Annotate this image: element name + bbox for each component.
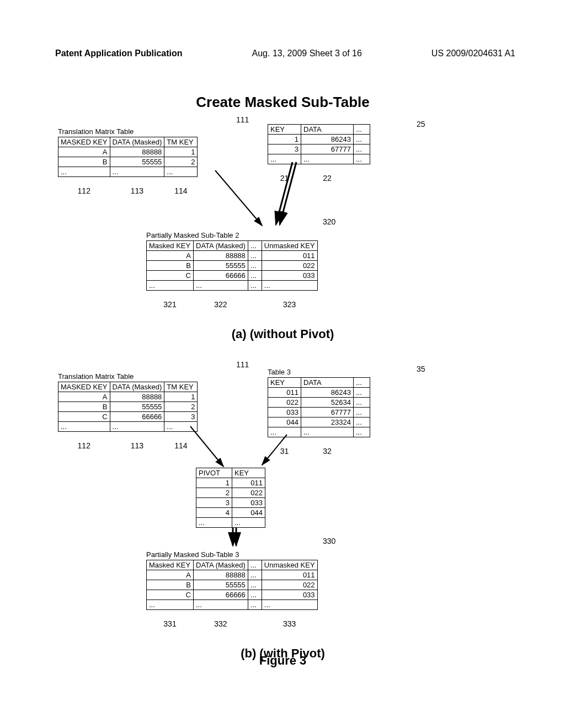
cell: ... (248, 281, 262, 291)
t3-h0: KEY (268, 378, 301, 388)
cell: 66666 (110, 412, 164, 422)
cell: ... (262, 281, 317, 291)
cell: A (58, 392, 110, 402)
cell: ... (354, 417, 370, 427)
cell: 044 (268, 417, 301, 427)
pm3-h1: DATA (Masked) (194, 560, 248, 570)
cell: A (58, 147, 110, 157)
cell: 1 (268, 135, 301, 144)
ref-330: 330 (323, 537, 335, 545)
cell: 011 (262, 570, 317, 580)
tm-b-label: Translation Matrix Table (58, 372, 198, 381)
svg-line-2 (280, 162, 296, 224)
tm-a-table: MASKED KEY DATA (Masked) TM KEY A888881 … (58, 137, 198, 196)
cell: 55555 (110, 402, 164, 412)
cell: 88888 (110, 147, 164, 157)
cell: ... (110, 167, 164, 177)
header-right: US 2009/0204631 A1 (431, 49, 515, 58)
t3-h2: ... (354, 378, 370, 388)
cell: 011 (268, 388, 301, 398)
cell: ... (248, 570, 262, 580)
ref-111-b: 111 (236, 360, 249, 369)
cell: 022 (262, 580, 317, 590)
cell: 011 (232, 478, 265, 488)
t3-label: Table 3 (268, 368, 370, 376)
cell: ... (110, 422, 164, 432)
ref-112-a: 112 (58, 177, 110, 196)
cell: ... (262, 600, 317, 610)
tm-b-table: MASKED KEY DATA (Masked) TM KEY A888881 … (58, 382, 198, 451)
cell: ... (58, 422, 110, 432)
ref-331: 331 (147, 610, 194, 629)
cell: 55555 (194, 261, 248, 271)
cell: C (58, 412, 110, 422)
cell: ... (194, 600, 248, 610)
pm3-label: Partially Masked Sub-Table 3 (146, 550, 318, 559)
cell: ... (147, 281, 194, 291)
cell: ... (248, 261, 262, 271)
cell: ... (354, 408, 370, 417)
pm2-h2: ... (248, 241, 262, 251)
ref-320: 320 (323, 217, 335, 226)
cell: 022 (268, 398, 301, 408)
pm3-table: Masked KEY DATA (Masked) ... Unmasked KE… (146, 560, 318, 629)
cell: 86243 (301, 388, 354, 398)
ref-113-a: 113 (110, 177, 164, 196)
cell: 86243 (301, 135, 354, 144)
ref-322: 322 (194, 291, 248, 310)
src-a-h2: ... (354, 125, 370, 135)
cell: ... (248, 600, 262, 610)
header-left: Patent Application Publication (55, 49, 183, 58)
arrow-tm-to-pivot-icon (185, 424, 240, 473)
ref-112-b: 112 (58, 432, 110, 451)
cell: 033 (262, 271, 317, 281)
tm-b-h1: DATA (Masked) (110, 382, 164, 392)
cell: A (147, 251, 194, 261)
cell: 033 (262, 590, 317, 600)
cell: ... (248, 580, 262, 590)
pm2-label: Partially Masked Sub-Table 2 (146, 231, 318, 239)
cell: 2 (164, 157, 198, 167)
cell: 2 (164, 402, 198, 412)
cell: ... (147, 600, 194, 610)
cell: ... (354, 398, 370, 408)
cell: ... (248, 271, 262, 281)
cell: 4 (196, 508, 232, 518)
pm2-table: Masked KEY DATA (Masked) ... Unmasked KE… (146, 240, 318, 309)
cell: 88888 (110, 392, 164, 402)
svg-line-4 (262, 435, 287, 465)
cell: 66666 (194, 590, 248, 600)
pivot-table: PIVOT KEY 1011 2022 3033 4044 ...... (196, 468, 265, 528)
pivot-h1: KEY (232, 468, 265, 478)
arrow-src-to-pm2-icon (262, 159, 328, 237)
pm2-h3: Unmasked KEY (262, 241, 317, 251)
pm3-h0: Masked KEY (147, 560, 194, 570)
section-a: 111 25 Translation Matrix Table MASKED K… (52, 115, 513, 352)
tm-a-h2: TM KEY (164, 137, 198, 147)
t3-h1: DATA (301, 378, 354, 388)
cell: ... (301, 427, 354, 437)
cell: ... (354, 388, 370, 398)
arrow-pivot-to-pm3-icon (226, 527, 243, 550)
cell: ... (58, 167, 110, 177)
cell: 67777 (301, 144, 354, 154)
cell: ... (354, 427, 370, 437)
tm-b-h0: MASKED KEY (58, 382, 110, 392)
partially-masked-subtable-2: Partially Masked Sub-Table 2 Masked KEY … (146, 231, 318, 309)
cell: 67777 (301, 408, 354, 417)
src-a-h0: KEY (268, 125, 301, 135)
ref-25: 25 (417, 120, 425, 129)
cell: ... (354, 144, 370, 154)
cell: ... (232, 518, 265, 528)
ref-333: 333 (262, 610, 317, 629)
pm2-h1: DATA (Masked) (194, 241, 248, 251)
cell: C (147, 590, 194, 600)
cell: ... (196, 518, 232, 528)
cell: ... (354, 154, 370, 164)
cell: 3 (164, 412, 198, 422)
pivot-dt: PIVOT KEY 1011 2022 3033 4044 ...... (196, 468, 265, 528)
cell: B (58, 402, 110, 412)
cell: ... (354, 135, 370, 144)
pm3-h3: Unmasked KEY (262, 560, 317, 570)
svg-line-3 (190, 426, 223, 467)
